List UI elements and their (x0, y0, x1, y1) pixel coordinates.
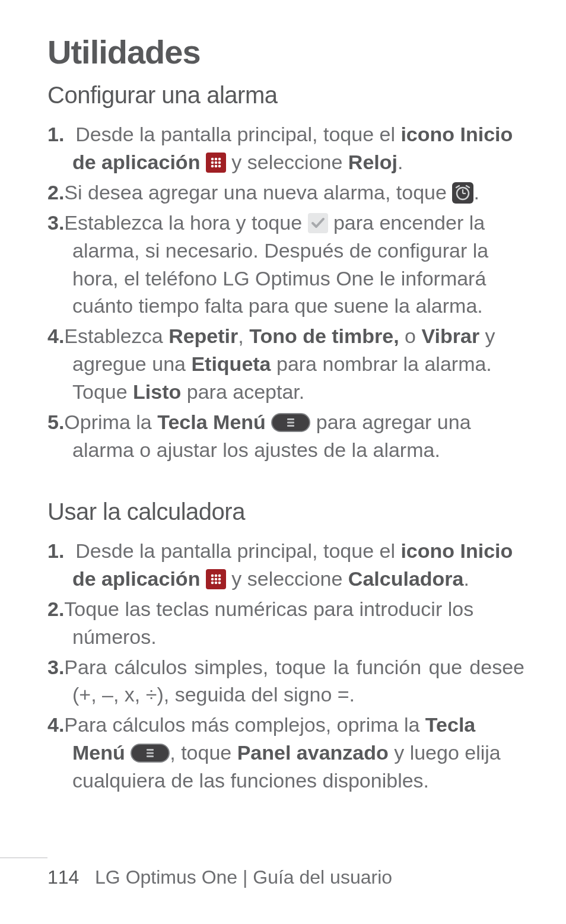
svg-point-5 (215, 161, 218, 164)
step-text: o (399, 325, 422, 347)
svg-point-24 (215, 574, 218, 577)
step-text: . (398, 151, 403, 173)
step-number: 5. (47, 411, 64, 433)
svg-rect-20 (287, 422, 294, 424)
svg-point-7 (211, 165, 214, 168)
svg-point-9 (218, 165, 221, 168)
step-number: 1. (47, 123, 64, 145)
step-text: Desde la pantalla principal, toque el (75, 123, 400, 145)
step-text: Oprima la (64, 411, 157, 433)
section-title-alarm: Configurar una alarma (47, 82, 524, 109)
step-text: Toque las teclas numéricas para introduc… (64, 598, 473, 648)
bold-text: Reloj (348, 151, 398, 173)
step-number: 4. (47, 713, 64, 736)
svg-point-28 (218, 577, 221, 580)
list-item: 3.Para cálculos simples, toque la funció… (47, 653, 524, 709)
svg-point-26 (211, 577, 214, 580)
svg-point-6 (218, 161, 221, 164)
svg-point-30 (215, 581, 218, 584)
svg-point-8 (215, 165, 218, 168)
footer-title: LG Optimus One | Guía del usuario (95, 866, 392, 888)
bold-text: Tono de timbre, (249, 325, 399, 347)
step-text: y seleccione (226, 151, 348, 173)
list-item: 5.Oprima la Tecla Menú para agregar una … (47, 408, 524, 464)
svg-point-23 (211, 574, 214, 577)
section-title-calculator: Usar la calculadora (47, 498, 524, 525)
step-text: . (463, 567, 469, 590)
step-text: Establezca la hora y toque (64, 211, 307, 234)
svg-point-29 (211, 581, 214, 584)
bold-text: Vibrar (421, 325, 479, 347)
page-number: 114 (47, 866, 79, 888)
svg-rect-19 (287, 418, 294, 420)
step-text: Para cálculos más complejos, oprima la (64, 713, 425, 736)
list-item: 4.Para cálculos más complejos, oprima la… (47, 711, 524, 795)
svg-point-27 (215, 577, 218, 580)
calculator-steps-list: 1. Desde la pantalla principal, toque el… (47, 537, 524, 795)
step-text: , (238, 325, 249, 347)
svg-rect-34 (147, 749, 154, 751)
bold-text: Repetir (168, 325, 238, 347)
checkbox-icon (308, 213, 328, 233)
step-number: 2. (47, 181, 64, 204)
svg-point-31 (218, 581, 221, 584)
bold-text: Panel avanzado (237, 741, 389, 764)
svg-rect-35 (147, 752, 154, 754)
svg-point-1 (211, 158, 214, 161)
step-number: 3. (47, 656, 64, 678)
step-text: Si desea agregar una nueva alarma, toque (64, 181, 452, 204)
step-number: 3. (47, 211, 64, 234)
bold-text: Calculadora (348, 567, 464, 590)
list-item: 2.Toque las teclas numéricas para introd… (47, 595, 524, 651)
list-item: 1. Desde la pantalla principal, toque el… (47, 537, 524, 593)
bold-text: Tecla Menú (157, 411, 266, 433)
menu-key-icon (131, 744, 170, 763)
step-text: Establezca (64, 325, 168, 347)
bold-text: Etiqueta (191, 353, 271, 375)
step-text: y seleccione (226, 567, 348, 590)
list-item: 1. Desde la pantalla principal, toque el… (47, 120, 524, 176)
svg-point-25 (218, 574, 221, 577)
step-text: para aceptar. (181, 380, 304, 403)
step-text: , toque (170, 741, 237, 764)
svg-rect-36 (147, 755, 154, 757)
list-item: 3.Establezca la hora y toque para encend… (47, 209, 524, 320)
step-number: 1. (47, 539, 64, 562)
list-item: 2.Si desea agregar una nueva alarma, toq… (47, 179, 524, 207)
list-item: 4.Establezca Repetir, Tono de timbre, o … (47, 322, 524, 406)
step-text: Para cálculos simples, toque la función … (64, 656, 524, 706)
page-footer: 114 LG Optimus One | Guía del usuario (0, 858, 566, 888)
svg-point-4 (211, 161, 214, 164)
svg-point-2 (215, 158, 218, 161)
page-body: Utilidades Configurar una alarma 1. Desd… (0, 0, 566, 795)
app-launcher-icon (206, 569, 226, 589)
step-text: . (473, 181, 479, 204)
step-number: 4. (47, 325, 64, 347)
app-launcher-icon (206, 153, 226, 173)
menu-key-icon (271, 413, 310, 432)
svg-point-3 (218, 158, 221, 161)
footer-divider (0, 858, 47, 858)
bold-text: Listo (133, 380, 181, 403)
footer-text: 114 LG Optimus One | Guía del usuario (0, 866, 524, 888)
alarm-clock-icon (452, 182, 473, 204)
chapter-title: Utilidades (47, 33, 524, 71)
step-number: 2. (47, 598, 64, 620)
alarm-steps-list: 1. Desde la pantalla principal, toque el… (47, 120, 524, 464)
svg-rect-21 (287, 425, 294, 427)
step-text: Desde la pantalla principal, toque el (75, 539, 400, 562)
